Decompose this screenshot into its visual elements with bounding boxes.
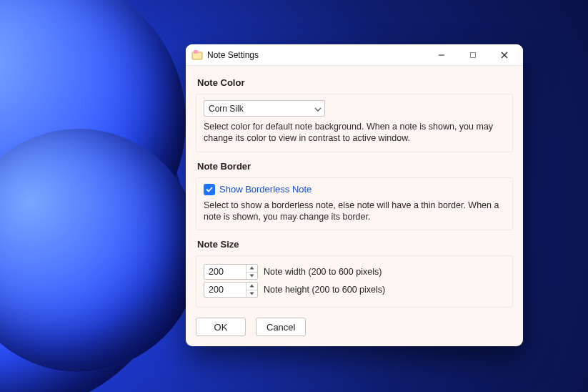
- note-color-section: Note Color Corn Silk Select color for de…: [196, 77, 513, 152]
- borderless-checkbox-row[interactable]: Show Borderless Note: [204, 184, 505, 195]
- note-color-title: Note Color: [197, 77, 513, 88]
- note-size-panel: 200 Note width (200 to 600 pixels) 200: [196, 255, 513, 308]
- note-height-spinner[interactable]: 200: [204, 282, 258, 298]
- ok-button[interactable]: OK: [196, 318, 246, 336]
- svg-rect-1: [194, 50, 198, 54]
- maximize-button[interactable]: [457, 44, 489, 66]
- titlebar[interactable]: Note Settings: [186, 44, 523, 66]
- svg-rect-3: [471, 52, 476, 57]
- dialog-buttons: OK Cancel: [196, 318, 513, 336]
- note-color-panel: Corn Silk Select color for default note …: [196, 94, 513, 152]
- note-border-help: Select to show a borderless note, else n…: [204, 200, 505, 223]
- note-border-title: Note Border: [197, 161, 513, 172]
- spinner-buttons: [246, 265, 257, 279]
- spinner-buttons: [246, 283, 257, 297]
- note-border-panel: Show Borderless Note Select to show a bo…: [196, 177, 513, 231]
- note-width-label: Note width (200 to 600 pixels): [264, 267, 382, 277]
- cancel-button[interactable]: Cancel: [256, 318, 306, 336]
- dialog-body: Note Color Corn Silk Select color for de…: [186, 66, 523, 346]
- note-color-dropdown[interactable]: Corn Silk: [204, 100, 325, 117]
- note-width-row: 200 Note width (200 to 600 pixels): [204, 264, 505, 280]
- minimize-button[interactable]: [426, 44, 457, 66]
- note-settings-window: Note Settings Note Color Corn Silk Selec…: [186, 44, 523, 346]
- note-height-value: 200: [204, 283, 246, 297]
- note-color-value: Corn Silk: [209, 104, 314, 114]
- note-color-help: Select color for default note background…: [204, 121, 505, 144]
- close-button[interactable]: [489, 44, 520, 66]
- height-decrement-button[interactable]: [246, 290, 257, 298]
- note-width-value: 200: [204, 265, 246, 279]
- height-increment-button[interactable]: [246, 283, 257, 290]
- borderless-checkbox-label: Show Borderless Note: [219, 184, 312, 195]
- note-height-label: Note height (200 to 600 pixels): [264, 285, 385, 295]
- note-height-row: 200 Note height (200 to 600 pixels): [204, 282, 505, 298]
- window-title: Note Settings: [207, 50, 426, 60]
- app-icon: [191, 49, 203, 61]
- note-size-title: Note Size: [197, 239, 513, 250]
- note-size-section: Note Size 200 Note width (200 to 600 pix…: [196, 239, 513, 308]
- chevron-down-icon: [314, 104, 322, 114]
- note-border-section: Note Border Show Borderless Note Select …: [196, 161, 513, 231]
- width-decrement-button[interactable]: [246, 272, 257, 280]
- checkbox-checked-icon: [204, 184, 215, 195]
- width-increment-button[interactable]: [246, 265, 257, 272]
- note-width-spinner[interactable]: 200: [204, 264, 258, 280]
